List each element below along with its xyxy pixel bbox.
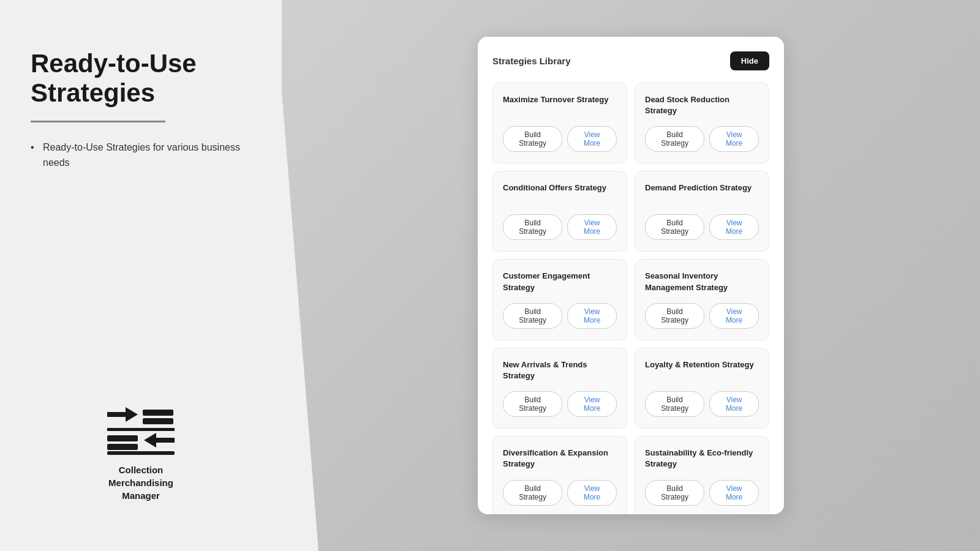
strategy-actions: Build Strategy View More [503, 480, 617, 506]
build-strategy-button[interactable]: Build Strategy [503, 214, 562, 240]
svg-rect-5 [107, 435, 138, 441]
view-more-button[interactable]: View More [567, 214, 617, 240]
strategy-name: Dead Stock Reduction Strategy [645, 94, 759, 116]
right-area: Strategies Library Hide Maximize Turnove… [282, 0, 980, 551]
build-strategy-button[interactable]: Build Strategy [645, 214, 704, 240]
build-strategy-button[interactable]: Build Strategy [503, 126, 562, 152]
strategy-name: Maximize Turnover Strategy [503, 94, 617, 116]
strategy-name: New Arrivals & Trends Strategy [503, 359, 617, 381]
bullet-description: Ready-to-Use Strategies for various busi… [31, 140, 251, 171]
logo-label: CollectionMerchandisingManager [108, 463, 173, 502]
strategy-name: Loyalty & Retention Strategy [645, 359, 759, 381]
logo-area: CollectionMerchandisingManager [31, 407, 251, 527]
build-strategy-button[interactable]: Build Strategy [503, 391, 562, 417]
strategies-library-card: Strategies Library Hide Maximize Turnove… [478, 37, 784, 514]
build-strategy-button[interactable]: Build Strategy [645, 480, 704, 506]
strategy-actions: Build Strategy View More [503, 303, 617, 329]
strategy-name: Diversification & Expansion Strategy [503, 448, 617, 470]
strategy-name: Sustainability & Eco-friendly Strategy [645, 448, 759, 470]
svg-rect-2 [143, 418, 173, 424]
svg-rect-6 [107, 444, 138, 450]
strategy-actions: Build Strategy View More [645, 303, 759, 329]
strategy-actions: Build Strategy View More [645, 214, 759, 240]
strategy-item: Maximize Turnover Strategy Build Strateg… [492, 83, 627, 163]
view-more-button[interactable]: View More [709, 214, 759, 240]
strategy-item: Loyalty & Retention Strategy Build Strat… [635, 348, 769, 429]
strategy-name: Conditional Offers Strategy [503, 182, 617, 204]
view-more-button[interactable]: View More [567, 391, 617, 417]
strategy-name: Customer Engagement Strategy [503, 271, 617, 293]
svg-rect-3 [107, 428, 175, 431]
strategy-item: Dead Stock Reduction Strategy Build Stra… [635, 83, 769, 163]
card-title: Strategies Library [492, 56, 571, 66]
strategy-name: Seasonal Inventory Management Strategy [645, 271, 759, 293]
strategy-actions: Build Strategy View More [503, 214, 617, 240]
card-header: Strategies Library Hide [492, 51, 769, 70]
heading-divider [31, 121, 165, 122]
strategy-item: Customer Engagement Strategy Build Strat… [492, 259, 627, 340]
view-more-button[interactable]: View More [709, 126, 759, 152]
build-strategy-button[interactable]: Build Strategy [645, 126, 704, 152]
view-more-button[interactable]: View More [567, 126, 617, 152]
hide-button[interactable]: Hide [730, 51, 769, 70]
view-more-button[interactable]: View More [567, 303, 617, 329]
strategy-item: New Arrivals & Trends Strategy Build Str… [492, 348, 627, 429]
strategy-item: Sustainability & Eco-friendly Strategy B… [635, 436, 769, 514]
strategy-item: Conditional Offers Strategy Build Strate… [492, 171, 627, 252]
strategy-actions: Build Strategy View More [645, 480, 759, 506]
svg-marker-0 [107, 407, 138, 422]
build-strategy-button[interactable]: Build Strategy [645, 391, 704, 417]
strategy-item: Seasonal Inventory Management Strategy B… [635, 259, 769, 340]
svg-rect-1 [143, 410, 173, 416]
strategy-item: Demand Prediction Strategy Build Strateg… [635, 171, 769, 252]
build-strategy-button[interactable]: Build Strategy [645, 303, 704, 329]
view-more-button[interactable]: View More [709, 303, 759, 329]
build-strategy-button[interactable]: Build Strategy [503, 303, 562, 329]
strategy-actions: Build Strategy View More [503, 126, 617, 152]
build-strategy-button[interactable]: Build Strategy [503, 480, 562, 506]
page-heading: Ready-to-Use Strategies [31, 49, 251, 108]
view-more-button[interactable]: View More [567, 480, 617, 506]
strategy-name: Demand Prediction Strategy [645, 182, 759, 204]
strategy-actions: Build Strategy View More [645, 391, 759, 417]
strategy-actions: Build Strategy View More [645, 126, 759, 152]
view-more-button[interactable]: View More [709, 480, 759, 506]
view-more-button[interactable]: View More [709, 391, 759, 417]
logo-icon [107, 407, 175, 456]
svg-marker-4 [144, 433, 175, 448]
strategy-actions: Build Strategy View More [503, 391, 617, 417]
strategy-item: Diversification & Expansion Strategy Bui… [492, 436, 627, 514]
strategies-grid: Maximize Turnover Strategy Build Strateg… [492, 83, 769, 514]
left-panel: Ready-to-Use Strategies Ready-to-Use Str… [0, 0, 282, 551]
svg-rect-7 [107, 451, 175, 455]
